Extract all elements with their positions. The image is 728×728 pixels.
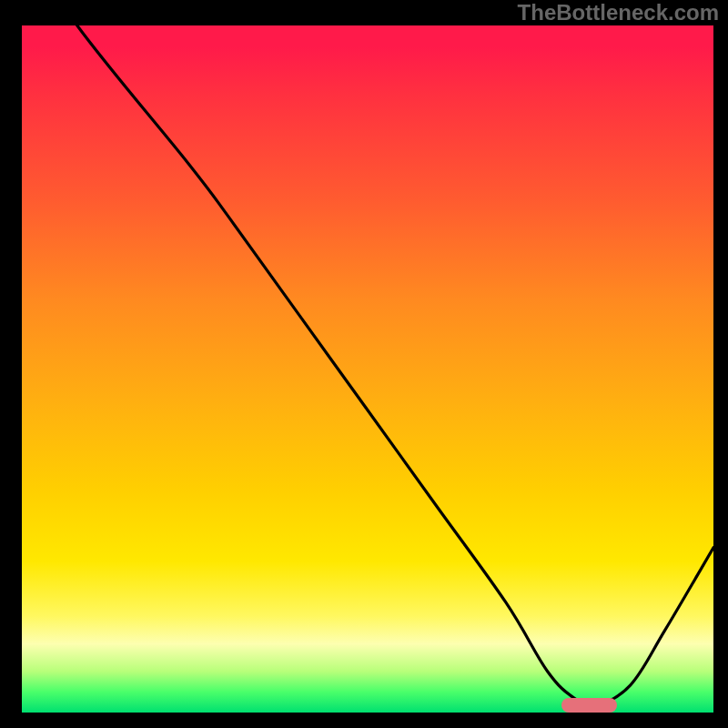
optimal-range-marker [561, 698, 617, 713]
plot-area [22, 25, 713, 713]
bottleneck-curve [22, 25, 713, 713]
watermark-text: TheBottleneck.com [518, 0, 719, 25]
chart-frame: TheBottleneck.com [0, 0, 728, 728]
